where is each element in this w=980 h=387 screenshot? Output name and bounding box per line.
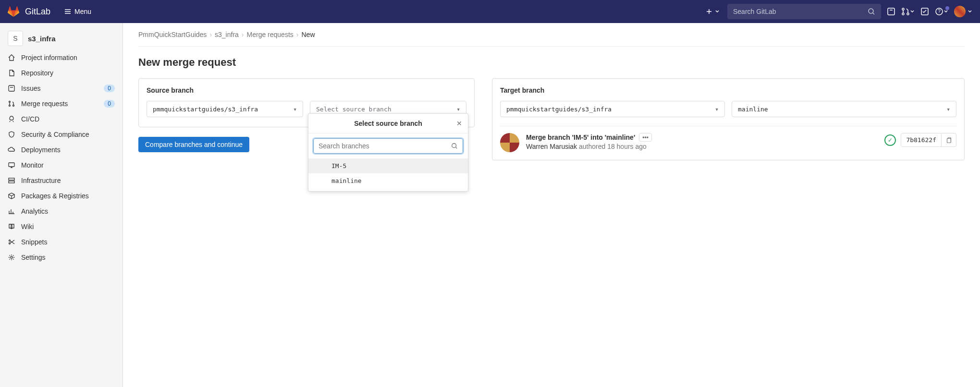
main-content: PmmQuickStartGuides › s3_infra › Merge r… [123,23,980,387]
chevron-down-icon [715,9,720,14]
breadcrumb-section[interactable]: Merge requests [247,31,294,38]
target-branch-select[interactable]: mainline ▾ [732,101,956,117]
chart-icon [8,207,15,215]
sidebar-item-issues[interactable]: Issues 0 [0,81,122,96]
pipeline-success-icon[interactable]: ✓ [884,134,896,146]
search-icon [451,143,458,149]
sidebar-item-packages[interactable]: Packages & Registries [0,188,122,204]
sidebar-item-label: CI/CD [21,115,115,123]
menu-label: Menu [74,8,91,15]
copy-sha-button[interactable] [941,134,956,146]
merge-requests-icon[interactable] [901,7,915,16]
sidebar-item-project-information[interactable]: Project information [0,50,122,65]
chevron-down-icon [910,9,915,14]
shield-icon [8,131,15,138]
target-branch-value: mainline [738,106,768,113]
file-icon [8,69,15,77]
chevron-down-icon: ▾ [946,106,950,113]
user-menu[interactable] [954,6,972,17]
sidebar-item-deployments[interactable]: Deployments [0,142,122,157]
sidebar-item-label: Monitor [21,161,115,169]
source-branch-label: Source branch [147,86,466,94]
project-header[interactable]: S s3_infra [0,27,122,50]
issues-icon [8,85,15,92]
topbar-right: ? [703,4,972,19]
package-icon [8,192,15,200]
chevron-down-icon: ▾ [456,106,460,113]
merge-icon [8,100,15,108]
svg-rect-13 [9,178,14,180]
sidebar-item-settings[interactable]: Settings [0,250,122,265]
svg-point-10 [9,105,11,107]
search-icon [868,8,875,15]
infrastructure-icon [8,177,15,184]
svg-point-18 [452,144,456,148]
sidebar-item-cicd[interactable]: CI/CD [0,111,122,127]
help-icon[interactable]: ? [935,7,948,16]
svg-point-2 [902,8,904,10]
project-avatar: S [8,31,23,46]
branch-selection-row: Source branch pmmquickstartguides/s3_inf… [138,78,965,160]
cloud-icon [8,146,15,154]
commit-action: authored [577,143,607,150]
topbar: GitLab Menu ? [0,0,980,23]
branch-option[interactable]: IM-5 [308,158,468,173]
svg-rect-12 [9,163,14,167]
book-icon [8,223,15,230]
commit-author-avatar[interactable] [500,133,519,152]
plus-icon [705,8,713,15]
source-branch-dropdown: Select source branch ✕ IM-5 mainline [308,113,468,192]
sidebar-item-label: Deployments [21,146,115,154]
sidebar-item-infrastructure[interactable]: Infrastructure [0,173,122,188]
commit-author[interactable]: Warren Marusiak [526,143,577,150]
commit-expand-button[interactable]: ••• [639,133,652,142]
commit-time: 18 hours ago [607,143,647,150]
issues-icon[interactable] [887,7,895,16]
sidebar: S s3_infra Project information Repositor… [0,23,123,387]
svg-point-0 [869,9,873,13]
sidebar-item-merge-requests[interactable]: Merge requests 0 [0,96,122,111]
chevron-down-icon: ▾ [293,106,297,113]
sidebar-item-security[interactable]: Security & Compliance [0,127,122,142]
target-selects: pmmquickstartguides/s3_infra ▾ mainline … [500,101,956,117]
sidebar-item-label: Wiki [21,223,115,230]
scissors-icon [8,238,15,246]
target-project-select[interactable]: pmmquickstartguides/s3_infra ▾ [500,101,725,117]
breadcrumb-group[interactable]: PmmQuickStartGuides [138,31,207,38]
create-new-button[interactable] [703,6,722,17]
commit-title[interactable]: Merge branch 'IM-5' into 'mainline' [526,133,635,141]
sidebar-item-repository[interactable]: Repository [0,65,122,81]
source-column: Source branch pmmquickstartguides/s3_inf… [138,78,475,152]
commit-sha[interactable]: 7b81622f [901,133,941,146]
sidebar-item-label: Merge requests [21,100,98,108]
source-project-select[interactable]: pmmquickstartguides/s3_infra ▾ [147,101,303,117]
hamburger-icon [64,8,72,15]
svg-point-4 [907,13,909,15]
branch-search-input[interactable] [318,142,451,150]
sidebar-item-analytics[interactable]: Analytics [0,204,122,219]
sidebar-item-label: Snippets [21,238,115,246]
sidebar-item-wiki[interactable]: Wiki [0,219,122,234]
sidebar-item-monitor[interactable]: Monitor [0,157,122,173]
gitlab-brand[interactable]: GitLab [25,7,50,17]
todos-icon[interactable] [920,7,929,16]
menu-button[interactable]: Menu [64,8,91,15]
dropdown-header: Select source branch ✕ [308,114,468,133]
sidebar-item-label: Analytics [21,207,115,215]
search-input[interactable] [733,8,868,15]
chevron-down-icon [968,9,972,14]
svg-point-17 [11,256,12,258]
branch-option[interactable]: mainline [308,173,468,188]
close-icon[interactable]: ✕ [456,120,462,127]
sidebar-item-label: Issues [21,85,98,92]
commit-right: ✓ 7b81622f [884,133,956,147]
gear-icon [8,254,15,261]
svg-rect-14 [9,181,14,183]
gitlab-logo-icon[interactable] [8,6,19,17]
rocket-icon [8,115,15,123]
search-box[interactable] [727,4,881,19]
compare-branches-button[interactable]: Compare branches and continue [138,137,249,152]
breadcrumb-project[interactable]: s3_infra [215,31,239,38]
layout: S s3_infra Project information Repositor… [0,23,980,387]
sidebar-item-snippets[interactable]: Snippets [0,234,122,250]
